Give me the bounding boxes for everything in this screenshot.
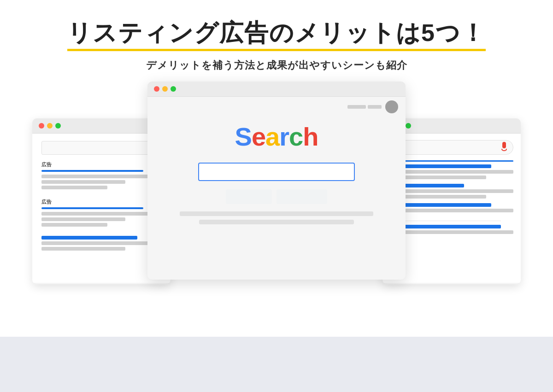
rl-wide-1 — [404, 170, 513, 174]
mic-body — [502, 142, 506, 148]
avatar-circle — [385, 100, 398, 113]
ad-line-1b — [41, 180, 125, 184]
dot-red-center — [154, 86, 159, 92]
microphone-icon — [500, 142, 508, 153]
platform-bg — [0, 337, 553, 392]
main-title: リスティング広告のメリットは5つ！ — [67, 18, 486, 51]
right-result-row-2 — [390, 184, 513, 199]
top-bar-lines — [347, 105, 382, 109]
dot-green-right — [406, 123, 411, 129]
ad-title-bar-2 — [41, 207, 143, 209]
ad-label-2: 広告 — [41, 199, 161, 205]
result-lines-col-2 — [404, 184, 513, 199]
search-logo: Search — [235, 122, 318, 152]
left-search-bar[interactable] — [41, 141, 161, 155]
browser-dots-center — [154, 86, 176, 92]
center-top-bar — [147, 97, 406, 117]
ad-line-2b — [41, 217, 125, 221]
dot-red-left — [39, 123, 44, 129]
center-search-input[interactable] — [198, 163, 355, 181]
rl-mid-1 — [404, 176, 486, 179]
center-result-line-2 — [199, 220, 354, 224]
ad-title-bar-1 — [41, 170, 143, 172]
rl-blue-1 — [404, 164, 491, 168]
organic-results-left — [41, 236, 161, 252]
right-ad-bar — [390, 160, 513, 162]
ad-line-2c — [41, 223, 107, 227]
organic-text-1 — [41, 241, 149, 245]
right-organic-line-1 — [390, 225, 501, 228]
organic-text-2 — [41, 247, 125, 251]
rl-blue-3 — [404, 203, 491, 207]
browser-center: Search — [147, 82, 406, 280]
browsers-container: 広告 広告 — [0, 82, 553, 392]
search-logo-c: c — [289, 122, 303, 151]
right-separator — [390, 221, 501, 221]
rl-blue-2 — [404, 184, 464, 187]
rl-wide-3 — [404, 209, 513, 212]
top-bar-line-2 — [368, 105, 382, 109]
center-result-line-1 — [180, 211, 373, 216]
ad-line-2a — [41, 212, 149, 216]
right-result-row-3 — [390, 203, 513, 212]
search-btn-2[interactable] — [276, 189, 327, 204]
ad-line-1a — [41, 175, 149, 178]
search-logo-e: e — [252, 122, 265, 151]
browser-center-chrome — [147, 82, 406, 97]
search-logo-h: h — [303, 122, 318, 151]
sub-title: デメリットを補う方法と成果が出やすいシーンも紹介 — [37, 59, 516, 72]
rl-mid-2 — [404, 195, 486, 199]
organic-line-1 — [41, 236, 137, 240]
ad-line-1c — [41, 186, 107, 189]
top-bar-line-1 — [347, 105, 366, 109]
search-buttons — [226, 189, 327, 204]
browser-dots-left — [39, 123, 61, 129]
dot-yellow-center — [162, 86, 168, 92]
result-lines-col-1 — [404, 164, 513, 179]
search-logo-a: a — [265, 122, 279, 151]
ad-label-1: 広告 — [41, 161, 161, 168]
mic-stand — [501, 149, 507, 151]
ad-block-2: 広告 — [41, 199, 161, 228]
right-organic-line-2 — [390, 230, 513, 234]
dot-green-center — [171, 86, 176, 92]
dot-yellow-left — [47, 123, 53, 129]
search-logo-r: r — [279, 122, 289, 151]
rl-wide-2 — [404, 189, 513, 193]
dot-green-left — [55, 123, 61, 129]
right-result-row-1 — [390, 164, 513, 179]
header-section: リスティング広告のメリットは5つ！ デメリットを補う方法と成果が出やすいシーンも… — [0, 0, 553, 82]
right-organic — [390, 225, 513, 236]
search-logo-s: S — [235, 122, 252, 151]
result-lines-col-3 — [404, 203, 513, 212]
center-browser-main: Search — [147, 117, 406, 228]
ad-block-1: 広告 — [41, 161, 161, 191]
search-btn-1[interactable] — [226, 189, 272, 204]
right-search-bar[interactable] — [390, 140, 513, 155]
